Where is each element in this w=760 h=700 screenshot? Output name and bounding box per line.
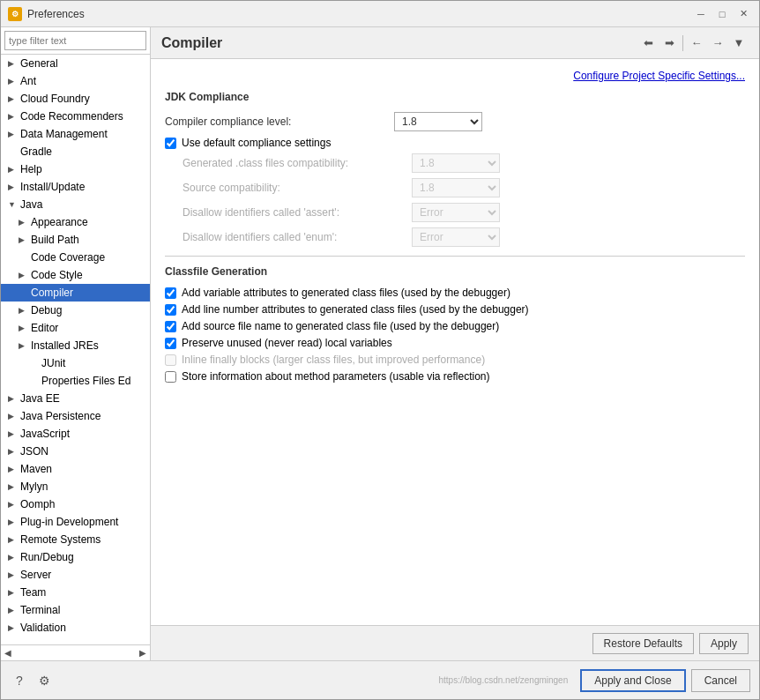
filter-input[interactable] [4, 31, 146, 50]
nav-forward-icon: ➡ [665, 36, 674, 49]
sidebar-item-mylyn[interactable]: Mylyn [1, 478, 150, 495]
footer-right: https://blog.csdn.net/zengmingen Apply a… [54, 669, 750, 692]
sidebar-item-cloud-foundry[interactable]: Cloud Foundry [1, 90, 150, 108]
tree-arrow-server [8, 570, 19, 579]
tree-arrow-data-management [8, 130, 19, 138]
tree-arrow-code-recommenders [8, 112, 19, 121]
sidebar-item-code-coverage[interactable]: Code Coverage [1, 249, 150, 266]
panel-header: Compiler ⬅ ➡ ← → ▼ [151, 27, 759, 59]
sidebar-item-ant[interactable]: Ant [1, 72, 150, 90]
sidebar-item-junit[interactable]: JUnit [1, 354, 150, 372]
sidebar-item-java-persistence[interactable]: Java Persistence [1, 407, 150, 425]
cancel-button[interactable]: Cancel [691, 669, 750, 692]
sidebar-item-validation[interactable]: Validation [1, 619, 150, 637]
tree-label-ant: Ant [20, 75, 36, 87]
checkbox-add-variable[interactable] [165, 287, 176, 299]
apply-and-close-button[interactable]: Apply and Close [580, 669, 685, 692]
tree-arrow-installed-jres [19, 341, 29, 350]
checkbox-inline-finally[interactable] [165, 354, 176, 366]
sidebar-item-compiler[interactable]: Compiler [1, 284, 150, 302]
configure-link[interactable]: Configure Project Specific Settings... [165, 70, 745, 82]
maximize-button[interactable]: □ [713, 6, 731, 22]
tree-arrow-maven [8, 465, 19, 473]
tree-arrow-install-update [8, 182, 19, 191]
sidebar-item-data-management[interactable]: Data Management [1, 125, 150, 143]
sidebar-item-remote-systems[interactable]: Remote Systems [1, 531, 150, 548]
preferences-button[interactable]: ⚙ [34, 671, 54, 690]
tree-label-compiler: Compiler [31, 287, 73, 299]
title-bar: ⚙ Preferences ─ □ ✕ [1, 1, 759, 27]
sidebar-item-debug[interactable]: Debug [1, 302, 150, 319]
toolbar-separator [682, 35, 683, 51]
disallow-enum-select[interactable]: Error [412, 227, 500, 247]
sidebar-item-java[interactable]: Java [1, 196, 150, 213]
tree-label-server: Server [20, 569, 51, 581]
toolbar-arrow-fwd-button[interactable]: → [708, 34, 727, 53]
checkbox-store-method-params[interactable] [165, 371, 176, 383]
use-default-label: Use default compliance settings [182, 137, 331, 149]
tree-label-code-style: Code Style [31, 269, 83, 281]
source-compat-label: Source compatibility: [183, 182, 412, 194]
apply-button[interactable]: Apply [699, 633, 749, 654]
sidebar-item-properties-files-ed[interactable]: Properties Files Ed [1, 372, 150, 390]
sidebar-item-maven[interactable]: Maven [1, 460, 150, 478]
scroll-left-icon[interactable]: ◀ [4, 648, 11, 658]
section-divider [165, 256, 745, 257]
sidebar-item-appearance[interactable]: Appearance [1, 213, 150, 231]
tree-label-maven: Maven [20, 463, 52, 475]
disallow-enum-label: Disallow identifiers called 'enum': [183, 231, 412, 243]
tree-arrow-terminal [8, 606, 19, 614]
sidebar-item-json[interactable]: JSON [1, 443, 150, 460]
sidebar-item-oomph[interactable]: Oomph [1, 495, 150, 513]
toolbar-nav-back-button[interactable]: ⬅ [638, 34, 658, 53]
sidebar-item-code-style[interactable]: Code Style [1, 266, 150, 284]
scroll-right-icon[interactable]: ▶ [139, 648, 146, 658]
checkbox-row-add-variable: Add variable attributes to generated cla… [165, 287, 745, 299]
sidebar-item-run-debug[interactable]: Run/Debug [1, 548, 150, 566]
disallow-assert-select[interactable]: Error [412, 203, 500, 222]
tree-label-install-update: Install/Update [20, 181, 85, 193]
preferences-window: ⚙ Preferences ─ □ ✕ GeneralAntCloud Foun… [0, 0, 760, 700]
sidebar-item-help[interactable]: Help [1, 160, 150, 178]
tree-label-java-ee: Java EE [20, 392, 60, 405]
compliance-select[interactable]: 1.8 [394, 112, 482, 131]
checkbox-preserve-unused[interactable] [165, 338, 176, 349]
restore-defaults-button[interactable]: Restore Defaults [592, 633, 694, 654]
tree-arrow-debug [19, 306, 29, 315]
tree-label-junit: JUnit [41, 357, 65, 369]
sidebar-item-javascript[interactable]: JavaScript [1, 425, 150, 443]
checkbox-add-line-number[interactable] [165, 304, 176, 316]
sidebar-item-editor[interactable]: Editor [1, 319, 150, 337]
sidebar-item-code-recommenders[interactable]: Code Recommenders [1, 108, 150, 125]
tree-label-help: Help [20, 163, 42, 175]
minimize-button[interactable]: ─ [692, 6, 710, 22]
sidebar-item-general[interactable]: General [1, 55, 150, 72]
window-title: Preferences [27, 8, 692, 20]
footer-bar: ? ⚙ https://blog.csdn.net/zengmingen App… [1, 660, 759, 699]
use-default-checkbox[interactable] [165, 138, 176, 149]
tree-arrow-remote-systems [8, 535, 19, 544]
generated-class-row: Generated .class files compatibility: 1.… [183, 153, 745, 173]
tree-label-properties-files-ed: Properties Files Ed [41, 375, 130, 387]
close-button[interactable]: ✕ [734, 6, 752, 22]
sidebar-item-terminal[interactable]: Terminal [1, 601, 150, 619]
sidebar-item-java-ee[interactable]: Java EE [1, 390, 150, 407]
sidebar-item-plug-in-development[interactable]: Plug-in Development [1, 513, 150, 531]
checkbox-label-add-line-number: Add line number attributes to generated … [182, 303, 529, 316]
generated-class-select[interactable]: 1.8 [412, 153, 500, 173]
arrow-fwd-icon: → [712, 36, 724, 49]
help-button[interactable]: ? [10, 671, 29, 690]
sidebar-item-build-path[interactable]: Build Path [1, 231, 150, 249]
tree-arrow-java-ee [8, 394, 19, 403]
panel-toolbar: ⬅ ➡ ← → ▼ [638, 34, 749, 53]
toolbar-nav-forward-button[interactable]: ➡ [659, 34, 679, 53]
sidebar-item-install-update[interactable]: Install/Update [1, 178, 150, 196]
source-compat-select[interactable]: 1.8 [412, 178, 500, 197]
toolbar-dropdown-button[interactable]: ▼ [729, 34, 749, 53]
toolbar-arrow-back-button[interactable]: ← [687, 34, 706, 53]
sidebar-item-server[interactable]: Server [1, 566, 150, 584]
sidebar-item-gradle[interactable]: Gradle [1, 143, 150, 160]
sidebar-item-installed-jres[interactable]: Installed JREs [1, 337, 150, 354]
checkbox-add-source-file[interactable] [165, 321, 176, 332]
sidebar-item-team[interactable]: Team [1, 584, 150, 601]
